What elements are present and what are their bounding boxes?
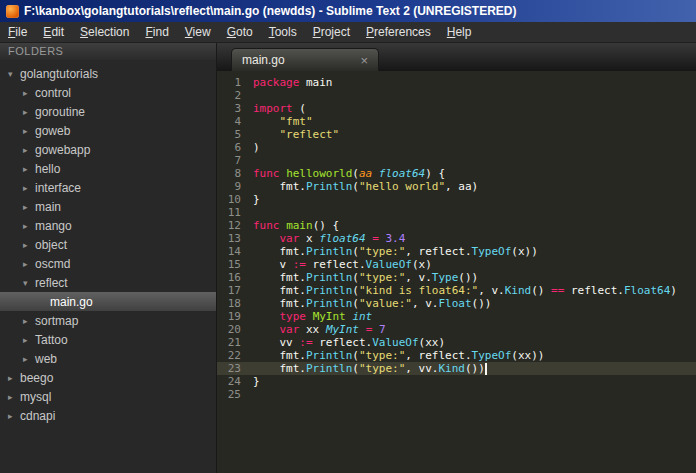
chevron-collapsed-icon[interactable]: ▸ (23, 126, 35, 136)
code-line-19[interactable]: 19 type MyInt int (217, 310, 696, 323)
titlebar[interactable]: F:\kanbox\golangtutorials\reflect\main.g… (0, 0, 696, 22)
code-line-5[interactable]: 5 "reflect" (217, 128, 696, 141)
sidebar-folder-object[interactable]: ▸object (0, 235, 216, 254)
sidebar-folder-control[interactable]: ▸control (0, 83, 216, 102)
sidebar-folder-mysql[interactable]: ▸mysql (0, 387, 216, 406)
chevron-expanded-icon[interactable]: ▾ (23, 278, 35, 288)
code-line-6[interactable]: 6) (217, 141, 696, 154)
line-number: 14 (217, 245, 253, 258)
chevron-expanded-icon[interactable]: ▾ (8, 69, 20, 79)
code-line-18[interactable]: 18 fmt.Println("value:", v.Float()) (217, 297, 696, 310)
tree-item-label: hello (35, 162, 60, 176)
sidebar-folder-goroutine[interactable]: ▸goroutine (0, 102, 216, 121)
sidebar-file-main.go[interactable]: main.go (0, 292, 216, 311)
line-number: 21 (217, 336, 253, 349)
code-line-23[interactable]: 23 fmt.Println("type:", vv.Kind()) (217, 362, 696, 375)
code-line-2[interactable]: 2 (217, 89, 696, 102)
menu-view[interactable]: View (177, 22, 219, 42)
code-line-13[interactable]: 13 var x float64 = 3.4 (217, 232, 696, 245)
line-number: 25 (217, 388, 253, 401)
sidebar-folder-beego[interactable]: ▸beego (0, 368, 216, 387)
chevron-collapsed-icon[interactable]: ▸ (8, 373, 20, 383)
chevron-collapsed-icon[interactable]: ▸ (23, 221, 35, 231)
menubar: FileEditSelectionFindViewGotoToolsProjec… (0, 22, 696, 43)
code-line-12[interactable]: 12func main() { (217, 219, 696, 232)
line-content: fmt.Println("type:", reflect.TypeOf(xx)) (253, 349, 544, 362)
sidebar-folder-cdnapi[interactable]: ▸cdnapi (0, 406, 216, 425)
chevron-collapsed-icon[interactable]: ▸ (23, 88, 35, 98)
menu-preferences[interactable]: Preferences (358, 22, 439, 42)
menu-edit[interactable]: Edit (35, 22, 72, 42)
sidebar-folder-gowebapp[interactable]: ▸gowebapp (0, 140, 216, 159)
menu-help[interactable]: Help (439, 22, 480, 42)
code-line-4[interactable]: 4 "fmt" (217, 115, 696, 128)
code-line-7[interactable]: 7 (217, 154, 696, 167)
chevron-collapsed-icon[interactable]: ▸ (23, 316, 35, 326)
sidebar-folder-main[interactable]: ▸main (0, 197, 216, 216)
code-line-25[interactable]: 25 (217, 388, 696, 401)
tab-close-icon[interactable]: × (360, 54, 368, 67)
line-content: fmt.Println("hello world", aa) (253, 180, 478, 193)
chevron-collapsed-icon[interactable]: ▸ (8, 392, 20, 402)
sidebar-folder-hello[interactable]: ▸hello (0, 159, 216, 178)
sidebar-folder-sortmap[interactable]: ▸sortmap (0, 311, 216, 330)
line-number: 15 (217, 258, 253, 271)
chevron-collapsed-icon[interactable]: ▸ (23, 354, 35, 364)
line-content: "fmt" (253, 115, 313, 128)
chevron-collapsed-icon[interactable]: ▸ (23, 202, 35, 212)
menu-goto[interactable]: Goto (219, 22, 261, 42)
sidebar-folder-golangtutorials[interactable]: ▾golangtutorials (0, 64, 216, 83)
line-content: "reflect" (253, 128, 339, 141)
chevron-collapsed-icon[interactable]: ▸ (23, 240, 35, 250)
menu-project[interactable]: Project (305, 22, 358, 42)
editor-area: main.go × 1package main23import (4 "fmt"… (217, 43, 696, 473)
menu-find[interactable]: Find (137, 22, 176, 42)
code-line-24[interactable]: 24} (217, 375, 696, 388)
code-line-1[interactable]: 1package main (217, 76, 696, 89)
sidebar-folder-web[interactable]: ▸web (0, 349, 216, 368)
chevron-collapsed-icon[interactable]: ▸ (23, 164, 35, 174)
code-line-16[interactable]: 16 fmt.Println("type:", v.Type()) (217, 271, 696, 284)
line-content: fmt.Println("type:", vv.Kind()) (253, 362, 487, 375)
line-content: package main (253, 76, 332, 89)
sidebar-folder-mango[interactable]: ▸mango (0, 216, 216, 235)
sidebar-folder-oscmd[interactable]: ▸oscmd (0, 254, 216, 273)
code-line-10[interactable]: 10} (217, 193, 696, 206)
code-line-11[interactable]: 11 (217, 206, 696, 219)
menu-selection[interactable]: Selection (72, 22, 137, 42)
code-line-15[interactable]: 15 v := reflect.ValueOf(x) (217, 258, 696, 271)
code-line-22[interactable]: 22 fmt.Println("type:", reflect.TypeOf(x… (217, 349, 696, 362)
sidebar-folder-reflect[interactable]: ▾reflect (0, 273, 216, 292)
line-number: 2 (217, 89, 253, 102)
sidebar-folder-interface[interactable]: ▸interface (0, 178, 216, 197)
chevron-collapsed-icon[interactable]: ▸ (23, 259, 35, 269)
code-line-20[interactable]: 20 var xx MyInt = 7 (217, 323, 696, 336)
chevron-collapsed-icon[interactable]: ▸ (23, 107, 35, 117)
code-view[interactable]: 1package main23import (4 "fmt"5 "reflect… (217, 71, 696, 473)
line-number: 11 (217, 206, 253, 219)
chevron-collapsed-icon[interactable]: ▸ (23, 145, 35, 155)
chevron-collapsed-icon[interactable]: ▸ (23, 183, 35, 193)
tab-main-go[interactable]: main.go × (231, 48, 379, 71)
line-content: fmt.Println("kind is float64:", v.Kind()… (253, 284, 677, 297)
tab-bar: main.go × (217, 43, 696, 71)
line-number: 17 (217, 284, 253, 297)
line-number: 5 (217, 128, 253, 141)
chevron-collapsed-icon[interactable]: ▸ (23, 335, 35, 345)
tree-item-label: mango (35, 219, 72, 233)
sidebar-folder-tattoo[interactable]: ▸Tattoo (0, 330, 216, 349)
chevron-collapsed-icon[interactable]: ▸ (8, 411, 20, 421)
code-line-21[interactable]: 21 vv := reflect.ValueOf(xx) (217, 336, 696, 349)
tree-item-label: reflect (35, 276, 68, 290)
code-line-9[interactable]: 9 fmt.Println("hello world", aa) (217, 180, 696, 193)
tree-item-label: main (35, 200, 61, 214)
code-line-14[interactable]: 14 fmt.Println("type:", reflect.TypeOf(x… (217, 245, 696, 258)
sidebar-folder-goweb[interactable]: ▸goweb (0, 121, 216, 140)
line-content: import ( (253, 102, 306, 115)
line-content: var xx MyInt = 7 (253, 323, 386, 336)
menu-file[interactable]: File (0, 22, 35, 42)
menu-tools[interactable]: Tools (261, 22, 305, 42)
code-line-3[interactable]: 3import ( (217, 102, 696, 115)
code-line-8[interactable]: 8func helloworld(aa float64) { (217, 167, 696, 180)
code-line-17[interactable]: 17 fmt.Println("kind is float64:", v.Kin… (217, 284, 696, 297)
